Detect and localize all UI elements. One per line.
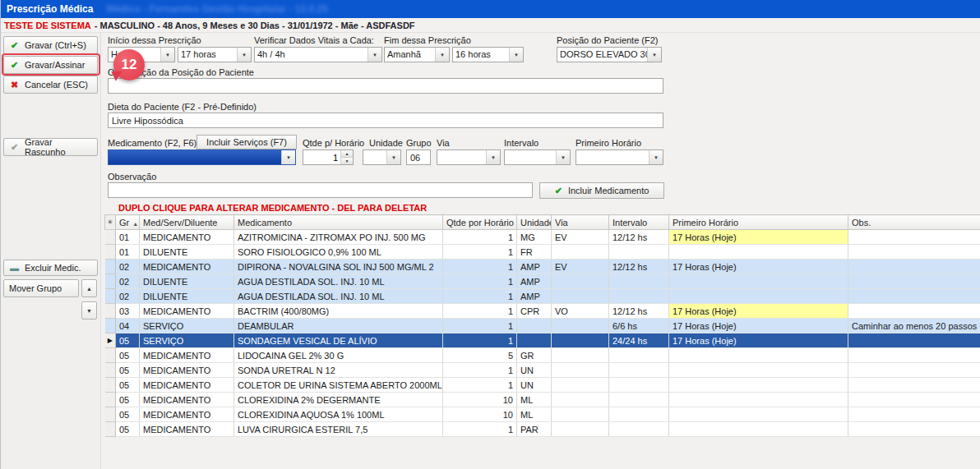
cross-icon: ✖ [9,80,20,90]
grid-header-row: ✳ Gr▲ Med/Serv/Diluente Medicamento Qtde… [105,215,980,230]
dropdown-arrow-icon[interactable]: ▼ [556,150,570,164]
end-time-combo[interactable]: 16 horas ▼ [452,47,524,62]
table-row[interactable]: ▶05SERVIÇOSONDAGEM VESICAL DE ALÍVIO124/… [105,333,980,348]
grid-cell [669,422,848,437]
grid-cell [552,274,609,289]
position-observation-input[interactable] [108,78,663,94]
include-medication-button[interactable]: ✔ Incluir Medicamento [539,182,664,199]
table-row[interactable]: 03MEDICAMENTOBACTRIM (400/80MG)1CPRVO12/… [105,304,980,319]
include-services-button[interactable]: Incluir Serviços (F7) [196,135,297,149]
unit-combo[interactable]: ▼ [363,149,401,165]
save-draft-button[interactable]: ✔ Gravar Rascunho [3,138,98,156]
include-services-button-label: Incluir Serviços (F7) [206,137,287,147]
grid-cell [105,274,116,289]
table-row[interactable]: 05MEDICAMENTOCLOREXIDINA 2% DEGERMANTE10… [105,393,980,407]
grid-cell: DILUENTE [140,245,234,260]
grid-cell: DILUENTE [140,289,234,304]
dropdown-arrow-icon[interactable]: ▼ [435,48,449,62]
grid-cell: CPR [517,304,552,319]
save-sign-button[interactable]: ✔ Gravar/Assinar [3,56,98,74]
grid-cell: 1 [443,230,517,245]
start-time-combo[interactable]: 17 horas ▼ [178,47,252,62]
dropdown-arrow-icon[interactable]: ▼ [368,48,381,62]
move-group-down-button[interactable]: ▼ [81,301,97,320]
col-gr-header-label: Gr [119,218,129,228]
grid-cell [105,422,116,437]
grid-cell: 1 [443,245,517,260]
group-field[interactable] [406,149,431,165]
vitals-interval-combo[interactable]: 4h / 4h ▼ [254,47,382,62]
col-via-header[interactable]: Via [552,215,609,230]
spin-up-button[interactable]: ▲ [341,150,353,157]
table-row[interactable]: 02DILUENTEAGUA DESTILADA SOL. INJ. 10 ML… [105,274,980,289]
table-row[interactable]: 05MEDICAMENTOLIDOCAINA GEL 2% 30 G5GR [105,348,980,363]
diet-input[interactable] [108,113,663,128]
quantity-input[interactable] [303,150,340,164]
unit-label: Unidade [369,138,403,148]
table-row[interactable]: 05MEDICAMENTOSONDA URETRAL N 121UN [105,363,980,378]
table-row[interactable]: 04SERVIÇODEAMBULAR16/6 hs17 Horas (Hoje)… [105,319,980,333]
grid-cell: 1 [443,363,517,378]
patient-details: - MASCULINO - 48 Anos, 9 Meses e 30 Dias… [95,21,415,30]
col-gr-header[interactable]: Gr▲ [116,215,140,230]
grid-cell: AMP [517,289,552,304]
grid-cell [609,245,669,260]
grid-cell [848,245,980,260]
table-row[interactable]: 05MEDICAMENTOCOLETOR DE URINA SISTEMA AB… [105,378,980,393]
dropdown-arrow-icon[interactable]: ▼ [509,48,523,62]
move-group-up-button[interactable]: ▲ [81,279,97,297]
save-button[interactable]: ✔ Gravar (Ctrl+S) [3,36,98,54]
table-row[interactable]: 01MEDICAMENTOAZITROMICINA - ZITROMAX PO … [105,230,980,245]
move-group-button[interactable]: Mover Grupo [3,279,79,297]
first-time-combo[interactable]: ▼ [576,149,663,165]
dropdown-arrow-icon[interactable]: ▼ [160,48,174,62]
grid-cell: ML [517,393,552,407]
observation-input[interactable] [108,182,533,198]
grid-cell [669,348,848,363]
spin-down-button[interactable]: ▼ [341,157,353,164]
table-row[interactable]: 05MEDICAMENTOLUVA CIRURGICA ESTERIL 7,51… [105,422,980,437]
dropdown-arrow-icon[interactable]: ▼ [649,150,663,164]
vitals-interval-value: 4h / 4h [255,48,368,62]
delete-medication-button[interactable]: ▬ Excluir Medic. [3,260,98,276]
grid-cell: 1 [443,422,517,437]
col-qtde-header[interactable]: Qtde por Horário [443,215,517,230]
end-date-combo[interactable]: Amanhã ▼ [384,47,450,62]
end-date-value: Amanhã [385,48,435,62]
col-intervalo-header[interactable]: Intervalo [609,215,669,230]
patient-header: TESTE DE SISTEMA - MASCULINO - 48 Anos, … [1,18,980,33]
grid-cell: 02 [116,289,140,304]
col-medicamento-header[interactable]: Medicamento [234,215,443,230]
save-sign-button-label: Gravar/Assinar [25,60,85,70]
grid-cell: EV [552,230,609,245]
dropdown-arrow-icon[interactable]: ▼ [486,150,500,164]
table-row[interactable]: 05MEDICAMENTOCLOREXIDINA AQUOSA 1% 100ML… [105,407,980,422]
col-obs-header[interactable]: Obs. [848,215,980,230]
table-row[interactable]: 02MEDICAMENTODIPIRONA - NOVALGINA SOL IN… [105,260,980,274]
grid-cell: VO [552,304,609,319]
grid-cell [848,274,980,289]
col-primeiro-horario-header[interactable]: Primeiro Horário [669,215,848,230]
grid-cell: 12/12 hs [609,260,669,274]
dropdown-arrow-icon[interactable]: ▼ [237,48,251,62]
table-row[interactable]: 02DILUENTEAGUA DESTILADA SOL. INJ. 10 ML… [105,289,980,304]
grid-cell: 10 [443,393,517,407]
grid-cell: 04 [116,319,140,333]
table-row[interactable]: 01DILUENTESORO FISIOLOGICO 0,9% 100 ML1F… [105,245,980,260]
medication-combo[interactable]: ▼ [108,149,296,165]
grid-cell: AGUA DESTILADA SOL. INJ. 10 ML [234,289,443,304]
patient-name: TESTE DE SISTEMA [4,21,91,30]
col-unidade-header[interactable]: Unidade [517,215,552,230]
col-medserv-header[interactable]: Med/Serv/Diluente [140,215,234,230]
interval-combo[interactable]: ▼ [504,149,571,165]
via-combo[interactable]: ▼ [437,149,501,165]
dropdown-arrow-icon[interactable]: ▼ [281,150,295,164]
dropdown-arrow-icon[interactable]: ▼ [647,48,661,62]
patient-position-combo[interactable]: DORSO ELEVADO 30 G ▼ [557,47,662,62]
quantity-stepper[interactable]: ▲ ▼ [303,149,354,165]
cancel-button[interactable]: ✖ Cancelar (ESC) [3,76,98,94]
dropdown-arrow-icon[interactable]: ▼ [386,150,400,164]
grid-cell [105,407,116,422]
grid-cell [609,274,669,289]
grid-cell: 1 [443,260,517,274]
